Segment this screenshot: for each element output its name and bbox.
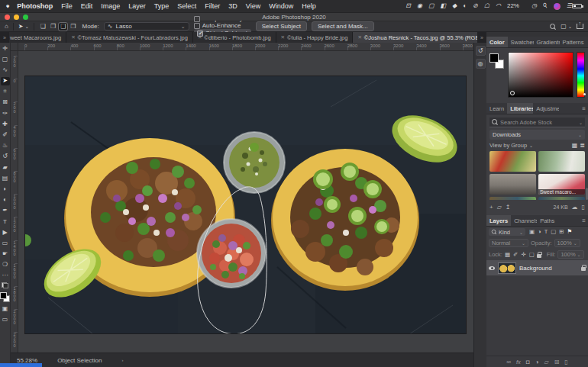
tab-overflow-left-icon[interactable]: » [0, 32, 9, 43]
menu-photoshop[interactable]: Photoshop [17, 2, 53, 10]
tab-adjustments[interactable]: Adjustments [533, 103, 559, 114]
object-selection-tool[interactable]: ➤ [1, 77, 10, 85]
lock-paint-icon[interactable]: ✐ [513, 252, 518, 258]
new-group-icon[interactable]: ▱ [544, 359, 548, 365]
layer-filter-kind-dropdown[interactable]: Kind ⌄ [489, 228, 525, 236]
menu-3d[interactable]: 3D [228, 2, 237, 10]
tab-paths[interactable]: Paths [537, 215, 557, 226]
history-panel-icon[interactable]: ↺ [476, 46, 486, 56]
color-panel-swatches[interactable] [489, 52, 505, 99]
shield-app-icon[interactable]: ◆ [452, 3, 457, 9]
tab-libraries[interactable]: Libraries [507, 103, 533, 114]
close-tab-icon[interactable]: ✕ [357, 34, 361, 40]
zoom-tool[interactable]: ❍ [1, 261, 10, 269]
foreground-color-swatch[interactable] [0, 292, 7, 299]
filter-adjustment-layers-icon[interactable]: ◑ [538, 229, 541, 235]
library-item-street[interactable] [489, 174, 536, 195]
screen-mode-button[interactable]: ▭ [1, 316, 10, 324]
upload-icon[interactable]: ↥ [506, 204, 511, 211]
search-icon[interactable] [550, 24, 556, 30]
library-item-5[interactable] [489, 197, 536, 200]
app-swirl-icon[interactable]: ◉ [417, 3, 422, 9]
tab-swatches[interactable]: Swatches [508, 37, 534, 47]
filter-shape-layers-icon[interactable]: ▢ [551, 229, 556, 235]
panel-menu-icon[interactable]: ≡ [580, 103, 588, 114]
lock-artboard-icon[interactable]: ▢ [529, 252, 535, 258]
layer-visibility-icon[interactable] [489, 266, 495, 270]
document-tab[interactable]: ✕©Tomasz Matuszewski - FourLabradors.jpg [66, 32, 193, 43]
share-icon[interactable] [577, 24, 583, 29]
eraser-tool[interactable]: ▰ [1, 163, 10, 172]
grid-view-icon[interactable]: ▦ [572, 142, 578, 149]
close-window-button[interactable] [5, 14, 10, 20]
cloud-sync-icon[interactable]: ☁ [572, 204, 578, 211]
layer-thumbnail[interactable] [498, 262, 516, 274]
horizontal-ruler[interactable]: 0200400600800100012001400160018002000220… [11, 43, 473, 51]
list-view-icon[interactable]: ≣ [580, 142, 585, 149]
blend-mode-dropdown[interactable]: Normal⌄ [489, 239, 528, 247]
document-tab[interactable]: ✕©dtiberio - Photobomb.jpg [193, 32, 276, 43]
library-item-person[interactable] [538, 151, 585, 172]
control-center-icon[interactable]: ☰ [567, 3, 572, 9]
library-collection-dropdown[interactable]: Downloads ⌄ [489, 130, 585, 140]
status-tool-label[interactable]: Object Selection [57, 357, 102, 364]
minimize-window-button[interactable] [14, 14, 19, 20]
folder-icon[interactable]: ▱ [497, 204, 502, 211]
more-tools[interactable]: ⋯ [1, 272, 10, 280]
lock-transparency-icon[interactable]: ▦ [505, 252, 510, 258]
gradient-tool[interactable]: ▤ [1, 174, 10, 182]
layer-style-icon[interactable]: fx [516, 359, 521, 365]
filter-pixel-layers-icon[interactable]: ▣ [529, 229, 535, 235]
menu-image[interactable]: Image [101, 2, 120, 10]
fill-value-dropdown[interactable]: 100%⌄ [557, 250, 583, 259]
tab-learn[interactable]: Learn [486, 103, 507, 114]
link-layers-icon[interactable]: ∞ [506, 359, 511, 365]
menu-help[interactable]: Help [302, 2, 316, 10]
select-subject-button[interactable]: Select Subject [256, 21, 307, 31]
library-item-6[interactable] [538, 197, 585, 200]
display-app-icon[interactable]: ▢ [428, 3, 435, 9]
clone-stamp-tool[interactable]: ♨ [1, 142, 10, 150]
saturation-brightness-field[interactable] [508, 52, 573, 98]
subtract-selection-icon[interactable]: ❑ [59, 23, 67, 31]
tab-color[interactable]: Color [486, 37, 508, 47]
comments-panel-icon[interactable]: ◍ [476, 59, 486, 69]
vertical-ruler[interactable]: 2000200400600800100012001400160018002000… [11, 51, 18, 353]
healing-brush-tool[interactable]: ✚ [1, 120, 10, 128]
close-tab-icon[interactable]: ✕ [281, 34, 285, 40]
workspace-switcher-icon[interactable]: ▢ ⌄ [561, 24, 572, 30]
delete-layer-icon[interactable]: ▯ [564, 359, 567, 365]
history-brush-tool[interactable]: ↺ [1, 153, 10, 161]
layer-mask-icon[interactable]: ◘ [526, 359, 530, 365]
foreground-color-swatch[interactable] [489, 53, 499, 63]
library-item-macaroons[interactable]: Sweet macaro... [538, 174, 585, 195]
status-chevron-icon[interactable]: › [121, 358, 123, 362]
select-and-mask-button[interactable]: Select and Mask... [312, 21, 374, 31]
document-image[interactable] [25, 76, 466, 333]
document-tab[interactable]: ✕©Joshua Resnick - Tacos.jpg @ 55.3% (RG… [353, 32, 477, 43]
type-tool[interactable]: T [1, 217, 10, 226]
clock-icon[interactable]: ◷ [531, 3, 537, 9]
home-icon[interactable]: ⌂ [5, 24, 8, 30]
marquee-tool[interactable]: ▢ [1, 55, 10, 63]
hand-tool[interactable]: ☛ [1, 250, 10, 259]
zoom-window-button[interactable] [23, 14, 28, 20]
new-selection-icon[interactable]: ❏ [39, 23, 47, 31]
view-by-group-dropdown[interactable]: View by Group [489, 142, 527, 149]
menu-file[interactable]: File [61, 2, 73, 10]
close-tab-icon[interactable]: ✕ [71, 34, 75, 40]
canvas-area[interactable] [18, 51, 473, 353]
blocker-app-icon[interactable]: ◧ [441, 3, 447, 9]
shape-tool[interactable]: ▭ [1, 239, 10, 247]
auto-enhance-checkbox[interactable]: Auto-Enhance [194, 22, 251, 29]
default-colors-icon[interactable] [2, 282, 8, 288]
tab-layers[interactable]: Layers [486, 215, 511, 226]
dodge-tool[interactable]: ◐ [1, 196, 10, 204]
brush-tool[interactable]: ✐ [1, 131, 10, 140]
layer-row-background[interactable]: Background [486, 260, 588, 275]
filter-toggle-icon[interactable]: ⚑ [567, 229, 573, 235]
new-layer-icon[interactable]: ⊞ [554, 359, 560, 365]
frame-tool[interactable]: ⊠ [1, 98, 10, 107]
delete-icon[interactable]: ▯ [582, 204, 585, 211]
airplay-icon[interactable]: ☖ [484, 3, 489, 9]
